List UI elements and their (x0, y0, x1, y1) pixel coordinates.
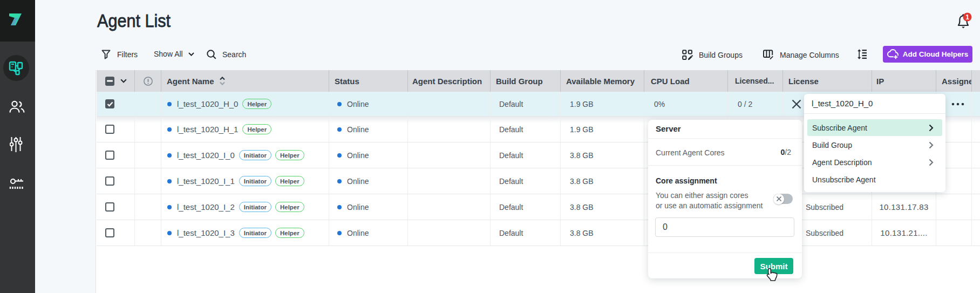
svg-text:1: 1 (965, 13, 969, 21)
